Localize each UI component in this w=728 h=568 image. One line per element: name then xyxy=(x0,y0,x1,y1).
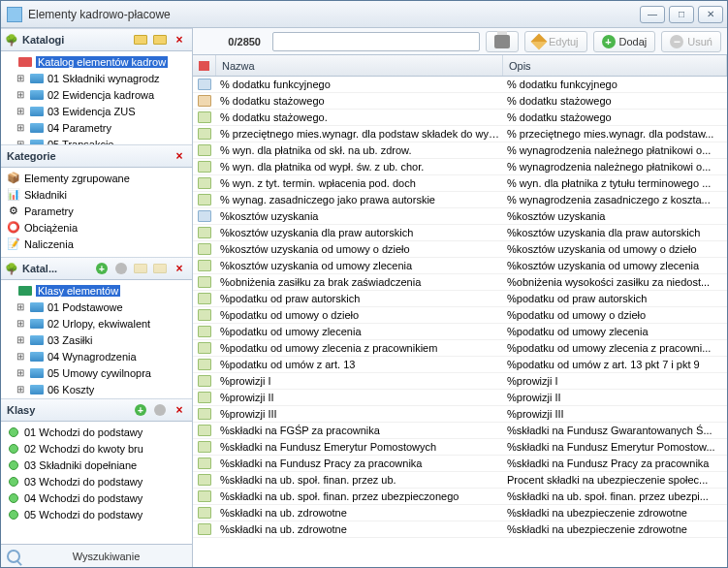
table-row[interactable]: %kosztów uzyskania dla praw autorskich %… xyxy=(193,225,727,241)
cell-desc: %kosztów uzyskania od umowy zlecenia xyxy=(503,260,727,271)
cell-name: % dodatku stażowego xyxy=(216,95,503,107)
panel-close-katalogi[interactable]: × xyxy=(171,31,188,48)
tree-item[interactable]: 05 Wchodzi do podstawy xyxy=(1,506,192,522)
tree-item[interactable]: 📦Elementy zgrupowane xyxy=(1,170,192,186)
table-row[interactable]: %składki na ub. społ. finan. przez ub. P… xyxy=(193,472,727,489)
row-icon xyxy=(198,441,211,453)
table-row[interactable]: % wyn. z tyt. termin. wpłacenia pod. doc… xyxy=(193,175,727,192)
grid-header: Nazwa Opis xyxy=(193,55,727,77)
table-row[interactable]: %składki na Fundusz Pracy za pracownika … xyxy=(193,456,727,472)
search-label: Wyszukiwanie xyxy=(26,551,186,562)
table-row[interactable]: % dodatku funkcyjnego % dodatku funkcyjn… xyxy=(193,77,727,93)
tree-item[interactable]: ⊞02 Urlopy, ekwiwalent xyxy=(1,315,192,331)
tree-item[interactable]: 03 Składniki dopełniane xyxy=(1,457,192,473)
grid-col-name[interactable]: Nazwa xyxy=(216,55,503,76)
print-button[interactable] xyxy=(486,31,519,52)
folder-open-button[interactable] xyxy=(132,31,149,48)
panel-close-katal2[interactable]: × xyxy=(171,260,188,277)
table-row[interactable]: %składki na Fundusz Emerytur Pomostowych… xyxy=(193,439,727,456)
tree-item[interactable]: ⊞05 Transakcje xyxy=(1,136,192,144)
tree-item[interactable]: ⊞04 Wynagrodzenia xyxy=(1,348,192,364)
edit-button[interactable]: Edytuj xyxy=(524,31,587,52)
cell-name: %obniżenia zasiłku za brak zaświadczenia xyxy=(216,276,503,288)
panel-body-katalogi[interactable]: Katalog elementów kadrow ⊞01 Składniki w… xyxy=(1,51,192,144)
table-row[interactable]: % wyn. dla płatnika od skł. na ub. zdrow… xyxy=(193,142,727,159)
table-row[interactable]: %podatku od umowy zlecenia z pracownikie… xyxy=(193,340,727,357)
table-row[interactable]: %składki na ub. zdrowotne %składki na ub… xyxy=(193,521,727,538)
table-row[interactable]: %kosztów uzyskania %kosztów uzyskania xyxy=(193,208,727,225)
tree-item[interactable]: 01 Wchodzi do podstawy xyxy=(1,424,192,440)
table-row[interactable]: %składki na FGŚP za pracownika %składki … xyxy=(193,423,727,439)
tree-item[interactable]: 02 Wchodzi do kwoty bru xyxy=(1,440,192,457)
table-row[interactable]: %kosztów uzyskania od umowy zlecenia %ko… xyxy=(193,258,727,274)
table-row[interactable]: %prowizji II %prowizji II xyxy=(193,390,727,406)
tree-item[interactable]: ⊞05 Umowy cywilnopra xyxy=(1,364,192,381)
cell-desc: % wynagrodzenia zasadniczego z koszta... xyxy=(503,194,727,205)
grid-body[interactable]: % dodatku funkcyjnego % dodatku funkcyjn… xyxy=(193,77,727,567)
table-row[interactable]: %składki na ub. społ. finan. przez ubezp… xyxy=(193,489,727,505)
cell-name: % wyn. dla płatnika od skł. na ub. zdrow… xyxy=(216,144,503,156)
row-icon xyxy=(198,161,211,173)
tree-item[interactable]: ⊞01 Składniki wynagrodz xyxy=(1,70,192,86)
row-icon xyxy=(198,276,211,288)
table-row[interactable]: %obniżenia zasiłku za brak zaświadczenia… xyxy=(193,274,727,291)
tree-item[interactable]: 📊Składniki xyxy=(1,186,192,203)
folder-button-2[interactable] xyxy=(132,260,149,277)
minimize-button[interactable]: — xyxy=(640,6,665,23)
table-row[interactable]: %podatku od umów z art. 13 %podatku od u… xyxy=(193,357,727,373)
tree-item[interactable]: ⊞02 Ewidencja kadrowa xyxy=(1,86,192,103)
cell-desc: %składki na Fundusz Pracy za pracownika xyxy=(503,458,727,469)
search-row[interactable]: Wyszukiwanie xyxy=(1,544,192,567)
table-row[interactable]: % wyn. dla płatnika od wypł. św. z ub. c… xyxy=(193,159,727,175)
cell-name: %składki na ub. społ. finan. przez ub. xyxy=(216,474,503,486)
row-icon xyxy=(198,359,211,370)
grid-col-desc[interactable]: Opis xyxy=(503,55,727,76)
tree-item[interactable]: ⊞03 Zasiłki xyxy=(1,331,192,348)
folder-button[interactable] xyxy=(151,31,169,48)
maximize-button[interactable]: □ xyxy=(669,6,694,23)
tree-item[interactable]: ⊞01 Podstawowe xyxy=(1,299,192,315)
remove-button[interactable] xyxy=(112,260,130,277)
tree-item[interactable]: ⚙Parametry xyxy=(1,203,192,219)
tree-item[interactable]: ⊞03 Ewidencja ZUS xyxy=(1,103,192,119)
panel-body-klasy[interactable]: 01 Wchodzi do podstawy 02 Wchodzi do kwo… xyxy=(1,422,192,544)
table-row[interactable]: %prowizji I %prowizji I xyxy=(193,373,727,390)
tree-item[interactable]: 📝Naliczenia xyxy=(1,236,192,252)
remove-klasy-button[interactable] xyxy=(151,401,169,419)
panel-title-katalogi: Katalogi xyxy=(20,34,130,46)
row-icon xyxy=(198,326,211,337)
folder-button-3[interactable] xyxy=(151,260,169,277)
panel-body-katal2[interactable]: Klasy elementów ⊞01 Podstawowe ⊞02 Urlop… xyxy=(1,280,192,398)
panel-close-klasy[interactable]: × xyxy=(171,401,188,419)
search-input[interactable] xyxy=(272,32,480,51)
table-row[interactable]: %prowizji III %prowizji III xyxy=(193,406,727,423)
table-row[interactable]: %podatku od umowy o dzieło %podatku od u… xyxy=(193,307,727,324)
grid-col-icon[interactable] xyxy=(193,55,216,76)
cell-desc: % dodatku funkcyjnego xyxy=(503,79,727,90)
tree-item[interactable]: ⊞06 Koszty xyxy=(1,381,192,397)
panel-body-kategorie[interactable]: 📦Elementy zgrupowane 📊Składniki ⚙Paramet… xyxy=(1,168,192,257)
delete-record-button[interactable]: −Usuń xyxy=(661,31,721,52)
minus-icon: − xyxy=(670,35,683,48)
table-row[interactable]: % przeciętnego mies.wynagr. dla podstaw … xyxy=(193,126,727,142)
close-button[interactable]: ✕ xyxy=(698,6,723,23)
tree-root-katalogi[interactable]: Katalog elementów kadrow xyxy=(1,53,192,70)
table-row[interactable]: % wynag. zasadniczego jako prawa autorsk… xyxy=(193,192,727,208)
tree-item[interactable]: ⭕Obciążenia xyxy=(1,219,192,236)
add-klasy-button[interactable]: + xyxy=(132,401,149,419)
table-row[interactable]: %podatku od praw autorskich %podatku od … xyxy=(193,291,727,307)
cell-name: %kosztów uzyskania od umowy zlecenia xyxy=(216,260,503,271)
table-row[interactable]: %składki na ub. zdrowotne %składki na ub… xyxy=(193,505,727,521)
table-row[interactable]: % dodatku stażowego % dodatku stażowego xyxy=(193,93,727,110)
table-row[interactable]: % dodatku stażowego. % dodatku stażowego xyxy=(193,110,727,126)
tree-item[interactable]: ⊞04 Parametry xyxy=(1,119,192,136)
tree-item[interactable]: 04 Wchodzi do podstawy xyxy=(1,489,192,506)
panel-close-kategorie[interactable]: × xyxy=(171,147,188,165)
add-record-button[interactable]: +Dodaj xyxy=(593,31,656,52)
tree-item[interactable]: 03 Wchodzi do podstawy xyxy=(1,473,192,489)
table-row[interactable]: %kosztów uzyskania od umowy o dzieło %ko… xyxy=(193,241,727,258)
row-icon xyxy=(198,523,211,535)
add-button[interactable]: + xyxy=(93,260,111,277)
tree-root-katal2[interactable]: Klasy elementów xyxy=(1,282,192,299)
table-row[interactable]: %podatku od umowy zlecenia %podatku od u… xyxy=(193,324,727,340)
